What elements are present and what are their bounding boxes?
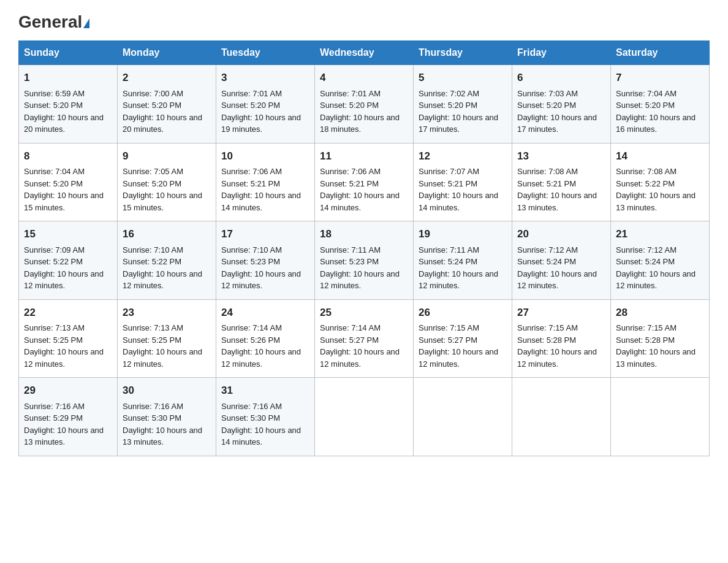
sunset-info: Sunset: 5:20 PM [24, 179, 83, 188]
daylight-info: Daylight: 10 hours and 15 minutes. [24, 191, 104, 212]
calendar-cell: 24Sunrise: 7:14 AMSunset: 5:26 PMDayligh… [216, 299, 315, 378]
sunset-info: Sunset: 5:24 PM [616, 257, 675, 266]
calendar-cell: 2Sunrise: 7:00 AMSunset: 5:20 PMDaylight… [118, 65, 216, 144]
sunset-info: Sunset: 5:24 PM [419, 257, 477, 266]
calendar-cell: 8Sunrise: 7:04 AMSunset: 5:20 PMDaylight… [19, 143, 118, 221]
calendar-cell: 29Sunrise: 7:16 AMSunset: 5:29 PMDayligh… [19, 378, 118, 456]
sunset-info: Sunset: 5:20 PM [419, 101, 477, 110]
sunrise-info: Sunrise: 7:16 AM [221, 402, 282, 411]
day-number: 5 [419, 70, 507, 86]
day-number: 23 [123, 305, 211, 321]
day-number: 17 [221, 226, 309, 242]
calendar-cell: 28Sunrise: 7:15 AMSunset: 5:28 PMDayligh… [611, 299, 710, 378]
calendar-cell: 17Sunrise: 7:10 AMSunset: 5:23 PMDayligh… [216, 221, 315, 300]
day-number: 6 [517, 70, 605, 86]
calendar-cell: 15Sunrise: 7:09 AMSunset: 5:22 PMDayligh… [19, 221, 118, 300]
calendar-cell: 4Sunrise: 7:01 AMSunset: 5:20 PMDaylight… [315, 65, 414, 144]
calendar-header-row: SundayMondayTuesdayWednesdayThursdayFrid… [19, 41, 710, 65]
sunrise-info: Sunrise: 7:16 AM [123, 402, 183, 411]
daylight-info: Daylight: 10 hours and 12 minutes. [221, 269, 301, 291]
sunset-info: Sunset: 5:23 PM [320, 257, 379, 266]
calendar-cell: 21Sunrise: 7:12 AMSunset: 5:24 PMDayligh… [611, 221, 710, 300]
sunset-info: Sunset: 5:28 PM [517, 335, 576, 345]
day-number: 15 [24, 226, 112, 242]
calendar-cell: 22Sunrise: 7:13 AMSunset: 5:25 PMDayligh… [19, 299, 118, 378]
calendar-cell: 12Sunrise: 7:07 AMSunset: 5:21 PMDayligh… [414, 143, 512, 221]
sunset-info: Sunset: 5:20 PM [123, 179, 181, 188]
day-number: 8 [24, 148, 112, 164]
daylight-info: Daylight: 10 hours and 17 minutes. [419, 113, 498, 134]
sunset-info: Sunset: 5:24 PM [517, 257, 576, 266]
daylight-info: Daylight: 10 hours and 12 minutes. [517, 347, 597, 369]
daylight-info: Daylight: 10 hours and 17 minutes. [517, 113, 597, 134]
day-number: 13 [517, 148, 605, 164]
sunrise-info: Sunrise: 7:10 AM [221, 245, 282, 255]
calendar-cell: 27Sunrise: 7:15 AMSunset: 5:28 PMDayligh… [512, 299, 611, 378]
sunrise-info: Sunrise: 7:01 AM [221, 89, 282, 98]
calendar-cell: 30Sunrise: 7:16 AMSunset: 5:30 PMDayligh… [118, 378, 216, 456]
day-number: 3 [221, 70, 309, 86]
sunset-info: Sunset: 5:22 PM [616, 179, 675, 188]
daylight-info: Daylight: 10 hours and 12 minutes. [24, 347, 104, 369]
col-header-tuesday: Tuesday [216, 41, 315, 65]
calendar-cell: 16Sunrise: 7:10 AMSunset: 5:22 PMDayligh… [118, 221, 216, 300]
sunset-info: Sunset: 5:23 PM [221, 257, 280, 266]
daylight-info: Daylight: 10 hours and 13 minutes. [123, 426, 202, 447]
daylight-info: Daylight: 10 hours and 12 minutes. [221, 347, 301, 369]
daylight-info: Daylight: 10 hours and 14 minutes. [221, 426, 301, 447]
day-number: 22 [24, 305, 112, 321]
calendar-week-row: 8Sunrise: 7:04 AMSunset: 5:20 PMDaylight… [19, 143, 710, 221]
day-number: 11 [320, 148, 408, 164]
sunrise-info: Sunrise: 7:00 AM [123, 89, 183, 98]
day-number: 12 [419, 148, 507, 164]
sunset-info: Sunset: 5:21 PM [320, 179, 379, 188]
day-number: 14 [616, 148, 704, 164]
sunrise-info: Sunrise: 7:09 AM [24, 245, 85, 255]
calendar-cell: 7Sunrise: 7:04 AMSunset: 5:20 PMDaylight… [611, 65, 710, 144]
calendar-cell: 20Sunrise: 7:12 AMSunset: 5:24 PMDayligh… [512, 221, 611, 300]
daylight-info: Daylight: 10 hours and 13 minutes. [616, 191, 696, 212]
sunrise-info: Sunrise: 7:16 AM [24, 402, 85, 411]
daylight-info: Daylight: 10 hours and 12 minutes. [123, 347, 202, 369]
day-number: 29 [24, 383, 112, 399]
sunrise-info: Sunrise: 7:07 AM [419, 167, 479, 176]
day-number: 18 [320, 226, 408, 242]
calendar-cell: 11Sunrise: 7:06 AMSunset: 5:21 PMDayligh… [315, 143, 414, 221]
logo-general: General [18, 12, 89, 32]
calendar-week-row: 22Sunrise: 7:13 AMSunset: 5:25 PMDayligh… [19, 299, 710, 378]
day-number: 2 [123, 70, 211, 86]
sunset-info: Sunset: 5:20 PM [320, 101, 379, 110]
logo: General [18, 12, 89, 29]
sunset-info: Sunset: 5:26 PM [221, 335, 280, 345]
sunrise-info: Sunrise: 7:05 AM [123, 167, 183, 176]
calendar-cell: 1Sunrise: 6:59 AMSunset: 5:20 PMDaylight… [19, 65, 118, 144]
sunset-info: Sunset: 5:22 PM [24, 257, 83, 266]
sunrise-info: Sunrise: 7:01 AM [320, 89, 381, 98]
sunrise-info: Sunrise: 7:04 AM [616, 89, 677, 98]
calendar-cell: 9Sunrise: 7:05 AMSunset: 5:20 PMDaylight… [118, 143, 216, 221]
calendar-cell: 23Sunrise: 7:13 AMSunset: 5:25 PMDayligh… [118, 299, 216, 378]
daylight-info: Daylight: 10 hours and 14 minutes. [419, 191, 498, 212]
daylight-info: Daylight: 10 hours and 20 minutes. [123, 113, 202, 134]
daylight-info: Daylight: 10 hours and 13 minutes. [517, 191, 597, 212]
daylight-info: Daylight: 10 hours and 14 minutes. [221, 191, 301, 212]
sunrise-info: Sunrise: 7:15 AM [419, 323, 479, 332]
sunrise-info: Sunrise: 7:06 AM [221, 167, 282, 176]
daylight-info: Daylight: 10 hours and 19 minutes. [221, 113, 301, 134]
col-header-friday: Friday [512, 41, 611, 65]
calendar-week-row: 15Sunrise: 7:09 AMSunset: 5:22 PMDayligh… [19, 221, 710, 300]
daylight-info: Daylight: 10 hours and 12 minutes. [320, 269, 400, 291]
day-number: 20 [517, 226, 605, 242]
sunset-info: Sunset: 5:20 PM [616, 101, 675, 110]
calendar-cell: 25Sunrise: 7:14 AMSunset: 5:27 PMDayligh… [315, 299, 414, 378]
sunrise-info: Sunrise: 7:14 AM [320, 323, 381, 332]
day-number: 25 [320, 305, 408, 321]
daylight-info: Daylight: 10 hours and 12 minutes. [320, 347, 400, 369]
sunset-info: Sunset: 5:25 PM [123, 335, 181, 345]
calendar-cell: 13Sunrise: 7:08 AMSunset: 5:21 PMDayligh… [512, 143, 611, 221]
col-header-monday: Monday [118, 41, 216, 65]
daylight-info: Daylight: 10 hours and 13 minutes. [24, 426, 104, 447]
day-number: 28 [616, 305, 704, 321]
sunrise-info: Sunrise: 6:59 AM [24, 89, 85, 98]
calendar-cell: 18Sunrise: 7:11 AMSunset: 5:23 PMDayligh… [315, 221, 414, 300]
